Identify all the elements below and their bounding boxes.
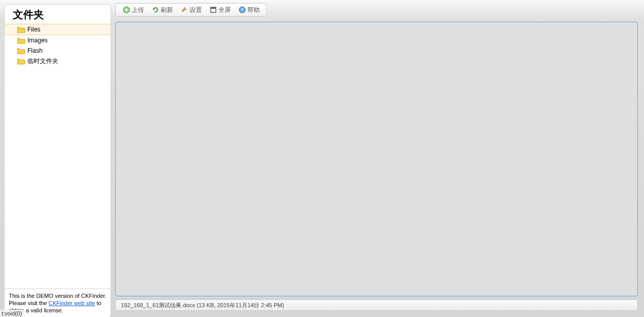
folder-icon [17,47,25,54]
refresh-label: 刷新 [161,6,173,14]
folder-label: 临时文件夹 [27,57,58,65]
folder-item-flash[interactable]: Flash [5,46,111,56]
folder-label: Images [27,36,48,44]
sidebar-title: 文件夹 [4,4,111,24]
svg-text:?: ? [241,7,244,12]
plus-icon [122,6,131,14]
refresh-icon [151,6,160,14]
main: 上传 刷新 设置 全屏 ? [111,0,644,317]
folder-icon [17,57,25,65]
help-label: 帮助 [247,6,260,14]
settings-label: 设置 [190,6,202,14]
fullscreen-label: 全屏 [218,6,231,14]
file-area[interactable] [115,22,638,296]
folder-tree: Files Images Flash 临时文件夹 [4,24,111,289]
folder-icon [17,37,25,44]
folder-label: Flash [27,47,42,55]
svg-rect-2 [211,7,216,9]
settings-button[interactable]: 设置 [177,5,205,16]
help-button[interactable]: ? 帮助 [235,5,263,16]
folder-icon [17,26,25,33]
upload-label: 上传 [132,6,144,14]
folder-item-temp[interactable]: 临时文件夹 [5,56,111,66]
folder-item-images[interactable]: Images [5,35,111,46]
browser-status-text: t:void(0) [0,310,24,317]
folder-label: Files [27,25,40,34]
fullscreen-icon [209,6,217,14]
help-icon: ? [238,6,246,14]
refresh-button[interactable]: 刷新 [148,5,176,16]
wrench-icon [180,6,189,14]
fullscreen-button[interactable]: 全屏 [206,5,234,16]
upload-button[interactable]: 上传 [119,5,147,16]
demo-link[interactable]: CKFinder web site [49,300,95,306]
sidebar: 文件夹 Files Images Flash [0,0,111,317]
status-bar: 192_168_1_61测试结果.docx (13 KB, 2015年11月14… [115,299,638,311]
toolbar: 上传 刷新 设置 全屏 ? [115,3,267,17]
folder-item-files[interactable]: Files [5,24,111,35]
